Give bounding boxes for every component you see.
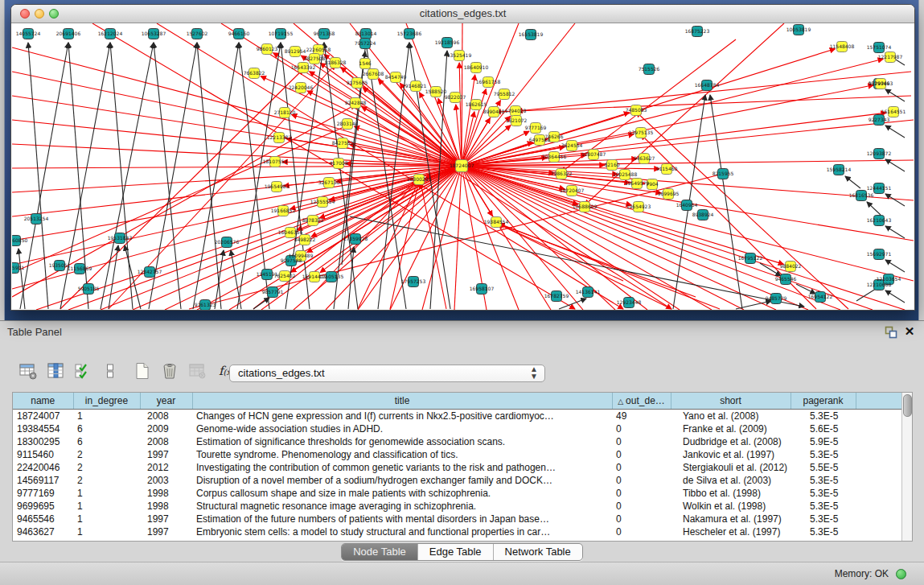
citation-edge-black[interactable] <box>885 126 905 138</box>
citation-edge-black[interactable] <box>710 95 742 309</box>
citation-edge-black[interactable] <box>885 89 905 101</box>
citation-edge-red[interactable] <box>517 72 911 111</box>
cell-pagerank[interactable]: 5.3E-5 <box>791 525 856 538</box>
tab-edge-table[interactable]: Edge Table <box>417 544 493 560</box>
cell-name[interactable]: 22420046 <box>13 461 73 474</box>
cell-year[interactable]: 2012 <box>140 461 192 474</box>
cell-in_degree[interactable]: 6 <box>73 435 140 448</box>
cell-out_degree[interactable]: 0 <box>612 513 671 525</box>
column-header-year[interactable]: year <box>140 393 192 410</box>
cell-in_degree[interactable]: 1 <box>73 410 140 423</box>
citation-edge-black[interactable] <box>867 202 881 215</box>
column-header-pagerank[interactable]: pagerank <box>791 393 856 410</box>
cell-short[interactable]: Hescheler et al. (1997) <box>671 525 791 538</box>
cell-name[interactable]: 18300295 <box>13 435 73 448</box>
citation-edge-black[interactable] <box>253 298 269 309</box>
cell-short[interactable]: Jankovic et al. (1997) <box>671 448 791 461</box>
cell-out_degree[interactable]: 0 <box>612 448 671 461</box>
cell-name[interactable]: 9777169 <box>13 487 73 500</box>
citation-edge-red[interactable] <box>12 72 462 166</box>
citation-edge-red[interactable] <box>498 224 623 281</box>
cell-out_degree[interactable]: 0 <box>612 525 671 538</box>
column-header-name[interactable]: name <box>13 393 73 410</box>
cell-title[interactable]: Investigating the contribution of common… <box>192 461 612 474</box>
citation-edge-black[interactable] <box>28 43 48 309</box>
new-file-icon[interactable] <box>132 360 153 382</box>
table-row[interactable]: 1872400712008Changes of HCN gene express… <box>13 410 902 423</box>
delete-icon[interactable] <box>159 360 180 382</box>
table-row[interactable]: 1456911722003Disruption of a novel membe… <box>13 474 902 487</box>
cell-year[interactable]: 2003 <box>140 474 192 487</box>
citation-edge-black[interactable] <box>231 250 241 309</box>
citation-edge-red[interactable] <box>12 166 462 265</box>
cell-out_degree[interactable]: 0 <box>612 474 671 487</box>
citation-edge-black[interactable] <box>197 43 221 309</box>
cell-title[interactable]: Genome-wide association studies in ADHD. <box>192 422 612 435</box>
cell-short[interactable]: de Silva et al. (2003) <box>671 474 791 487</box>
citation-edge-red[interactable] <box>390 166 462 310</box>
float-panel-icon[interactable] <box>885 326 897 339</box>
cell-short[interactable]: Nakamura et al. (1997) <box>671 513 791 525</box>
cell-out_degree[interactable]: 49 <box>612 410 671 423</box>
cell-title[interactable]: Changes of HCN gene expression and I(f) … <box>192 410 612 423</box>
citation-edge-red[interactable] <box>157 23 623 309</box>
cell-in_degree[interactable]: 6 <box>73 422 140 435</box>
cell-short[interactable]: Yano et al. (2008) <box>671 410 791 423</box>
citation-edge-black[interactable] <box>845 176 860 188</box>
cell-out_degree[interactable]: 0 <box>612 422 671 435</box>
cell-out_degree[interactable]: 0 <box>612 461 671 474</box>
import-table-icon[interactable] <box>187 360 207 382</box>
cell-name[interactable]: 9699695 <box>13 500 73 513</box>
row-toggle-icon[interactable] <box>100 360 121 382</box>
citation-edge-red[interactable] <box>462 23 575 166</box>
column-header-out_degree[interactable]: △out_de… <box>612 393 671 410</box>
table-row[interactable]: 1830029562008Estimation of significance … <box>13 435 902 448</box>
close-icon[interactable]: ✕ <box>902 323 917 340</box>
cell-pagerank[interactable]: 5.3E-5 <box>791 513 856 525</box>
table-row[interactable]: 1938455462009Genome-wide association stu… <box>13 422 902 435</box>
citation-edge-red[interactable] <box>307 91 462 166</box>
citation-edge-black[interactable] <box>885 159 905 171</box>
cell-short[interactable]: Wolkin et al. (1998) <box>671 500 791 513</box>
cell-year[interactable]: 2009 <box>140 422 192 435</box>
cell-name[interactable]: 14569117 <box>13 474 73 487</box>
window-titlebar[interactable]: citations_edges.txt <box>11 5 914 23</box>
cell-pagerank[interactable]: 5.3E-5 <box>791 448 856 461</box>
cell-title[interactable]: Estimation of significance thresholds fo… <box>192 435 612 448</box>
cell-title[interactable]: Disruption of a novel member of a sodium… <box>192 474 612 487</box>
cell-pagerank[interactable]: 5.3E-5 <box>791 500 856 513</box>
tab-network-table[interactable]: Network Table <box>493 544 582 560</box>
cell-title[interactable]: Embryonic stem cells: a model to study s… <box>192 525 612 538</box>
column-header-in_degree[interactable]: in_degree <box>73 393 140 410</box>
citation-edge-red[interactable] <box>390 181 419 309</box>
cell-short[interactable]: Franke et al. (2009) <box>671 422 791 435</box>
citation-edge-black[interactable] <box>109 245 118 309</box>
citation-edge-red[interactable] <box>12 120 462 166</box>
cell-name[interactable]: 9115460 <box>13 448 73 461</box>
cell-pagerank[interactable]: 5.5E-5 <box>791 461 856 474</box>
citation-edge-red[interactable] <box>462 166 744 310</box>
cell-short[interactable]: Stergiakouli et al. (2012) <box>671 461 791 474</box>
cell-year[interactable]: 1998 <box>140 500 192 513</box>
table-scrollbar[interactable] <box>901 393 912 541</box>
network-view-window[interactable]: citations_edges.txt 18724007183002951405… <box>10 4 915 311</box>
cell-pagerank[interactable]: 5.3E-5 <box>791 487 856 500</box>
cell-title[interactable]: Corpus callosum shape and size in male p… <box>192 487 612 500</box>
cell-name[interactable]: 9463627 <box>13 525 73 538</box>
cell-year[interactable]: 1997 <box>140 513 192 525</box>
right-panel-grippy[interactable] <box>918 0 924 320</box>
citation-edge-red[interactable] <box>462 85 873 166</box>
tab-node-table[interactable]: Node Table <box>342 544 417 560</box>
column-header-title[interactable]: title <box>192 393 612 410</box>
table-settings-icon[interactable] <box>18 360 39 382</box>
cell-year[interactable]: 1998 <box>140 487 192 500</box>
column-select-icon[interactable] <box>45 360 66 382</box>
cell-title[interactable]: Structural magnetic resonance image aver… <box>192 500 612 513</box>
cell-year[interactable]: 1997 <box>140 448 192 461</box>
cell-year[interactable]: 2008 <box>140 435 192 448</box>
cell-name[interactable]: 18724007 <box>13 410 73 423</box>
citation-edge-red[interactable] <box>462 166 783 264</box>
table-row[interactable]: 911546021997Tourette syndrome. Phenomeno… <box>13 448 902 461</box>
memory-ok-icon[interactable] <box>896 569 906 579</box>
table-row[interactable]: 946362711997Embryonic stem cells: a mode… <box>13 525 902 538</box>
